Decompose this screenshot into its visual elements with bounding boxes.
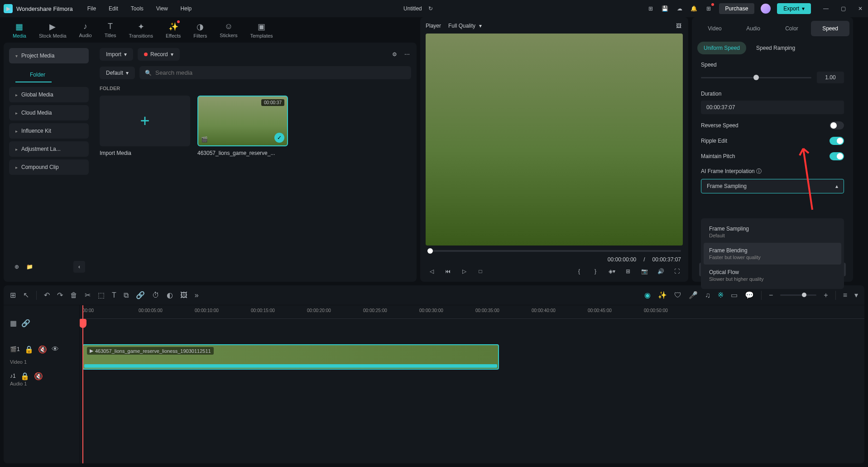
timeline-ruler[interactable]: 00:00 00:00:05:00 00:00:10:00 00:00:15:0… (80, 305, 864, 319)
timeline-tracks[interactable]: 00:00 00:00:05:00 00:00:10:00 00:00:15:0… (80, 305, 864, 463)
tab-media[interactable]: ▦Media (13, 22, 26, 39)
picture-icon[interactable]: 🖼 (675, 22, 683, 30)
sidebar-compound-clip[interactable]: ▸Compound Clip (9, 159, 89, 175)
lock-icon[interactable]: 🔒 (24, 345, 34, 354)
option-optical-flow[interactable]: Optical Flow Slower but higher quality (704, 265, 841, 286)
link-icon[interactable]: 🔗 (136, 291, 145, 299)
playhead[interactable] (82, 305, 83, 463)
speed-slider[interactable] (701, 77, 811, 78)
record-button[interactable]: Record▾ (138, 48, 180, 61)
mic-icon[interactable]: 🎤 (689, 291, 698, 299)
tab-audio[interactable]: ♪Audio (79, 22, 92, 38)
purchase-button[interactable]: Purchase (719, 3, 755, 14)
pitch-toggle[interactable] (830, 152, 844, 160)
speed-value[interactable]: 1.00 (817, 72, 844, 83)
scrub-handle[interactable] (427, 248, 433, 254)
tab-titles[interactable]: TTitles (105, 22, 116, 38)
ai-icon[interactable]: ◉ (644, 291, 651, 299)
tracks-icon[interactable]: ≡ (843, 291, 847, 299)
redo-icon[interactable]: ↷ (57, 291, 63, 299)
tab-stickers[interactable]: ☺Stickers (220, 22, 237, 38)
search-input[interactable] (155, 69, 406, 76)
sort-default-button[interactable]: Default▾ (100, 67, 135, 79)
tracks-menu-icon[interactable]: ▾ (854, 291, 858, 299)
music-icon[interactable]: ♫ (705, 291, 710, 299)
bell-icon[interactable]: 🔔 (690, 5, 698, 13)
mute-icon[interactable]: 🔇 (34, 372, 43, 380)
duration-input[interactable]: 00:00:37:07 (701, 101, 844, 114)
sidebar-cloud-media[interactable]: ▸Cloud Media (9, 105, 89, 120)
more-icon[interactable]: ⋯ (403, 50, 411, 58)
avatar[interactable] (761, 4, 771, 14)
delete-icon[interactable]: 🗑 (70, 291, 77, 299)
timeline-view-icon[interactable]: ▦ (10, 319, 17, 327)
history-icon[interactable]: ↻ (427, 5, 435, 13)
ripple-toggle[interactable] (830, 137, 844, 145)
shield-icon[interactable]: 🛡 (674, 291, 681, 299)
mute-icon[interactable]: 🔇 (38, 345, 47, 354)
volume-icon[interactable]: 🔊 (657, 267, 665, 275)
more-tools-icon[interactable]: » (195, 291, 199, 299)
save-icon[interactable]: 💾 (661, 5, 669, 13)
timeline-link-icon[interactable]: 🔗 (21, 319, 30, 327)
select-icon[interactable]: ↖ (23, 291, 29, 299)
stop-icon[interactable]: □ (476, 267, 484, 275)
import-button[interactable]: Import▾ (100, 48, 133, 61)
display-icon[interactable]: ⊞ (647, 5, 655, 13)
mark-out-icon[interactable]: } (591, 267, 599, 275)
menu-edit[interactable]: Edit (109, 5, 118, 12)
tab-color-props[interactable]: Color (772, 21, 811, 36)
apps-icon[interactable]: ⊞ (705, 5, 713, 13)
crop-icon[interactable]: ⬚ (98, 291, 105, 299)
tab-video-props[interactable]: Video (695, 21, 734, 36)
export-button[interactable]: Export▾ (777, 3, 811, 14)
tab-transitions[interactable]: ✦Transitions (129, 22, 153, 39)
slider-handle[interactable] (753, 75, 759, 80)
sidebar-global-media[interactable]: ▸Global Media (9, 87, 89, 102)
picture-icon[interactable]: 🖼 (180, 291, 187, 299)
snapshot-icon[interactable]: 📷 (640, 267, 648, 275)
aspect-icon[interactable]: ▭ (731, 291, 738, 299)
subtitle-icon[interactable]: 💬 (745, 291, 754, 299)
tab-templates[interactable]: ▣Templates (250, 22, 273, 39)
option-frame-sampling[interactable]: Frame Sampling Default (704, 221, 841, 243)
grid-icon[interactable]: ⊞ (10, 291, 16, 299)
speed-icon[interactable]: ⏱ (152, 291, 159, 299)
undo-icon[interactable]: ↶ (44, 291, 50, 299)
scrubber[interactable] (427, 250, 681, 252)
tab-speed-props[interactable]: Speed (811, 21, 849, 36)
tab-effects[interactable]: ✨Effects (166, 22, 181, 39)
cloud-icon[interactable]: ☁ (676, 5, 684, 13)
speed-ramping-button[interactable]: Speed Ramping (750, 42, 801, 54)
quality-select[interactable]: Full Quality▾ (448, 23, 482, 29)
copy-icon[interactable]: ⧉ (124, 291, 129, 299)
display-mode-icon[interactable]: ⊞ (624, 267, 632, 275)
folder-icon[interactable]: 📁 (25, 263, 34, 271)
info-icon[interactable]: ⓘ (756, 168, 762, 174)
step-back-icon[interactable]: ⏮ (444, 267, 452, 275)
video-preview[interactable] (426, 34, 683, 246)
text-icon[interactable]: T (112, 291, 116, 299)
import-media-card[interactable]: + Import Media (100, 96, 190, 156)
prev-frame-icon[interactable]: ◁ (427, 267, 436, 275)
collapse-sidebar-button[interactable]: ‹ (73, 261, 85, 273)
maximize-icon[interactable]: ▢ (839, 5, 847, 13)
tab-filters[interactable]: ◑Filters (193, 22, 207, 39)
menu-file[interactable]: File (87, 5, 96, 12)
minimize-icon[interactable]: — (822, 5, 830, 13)
video-clip[interactable]: ▶463057_lions_game_reserve_lioness_19030… (82, 344, 499, 370)
media-clip-card[interactable]: 00:00:37 🎬 ✓ 463057_lions_game_reserve_.… (197, 96, 288, 156)
zoom-slider[interactable] (780, 294, 816, 296)
sidebar-folder[interactable]: Folder (15, 68, 52, 82)
tab-stock-media[interactable]: ▶Stock Media (39, 22, 67, 39)
cut-icon[interactable]: ✂ (85, 291, 91, 299)
sidebar-adjustment-layer[interactable]: ▸Adjustment La... (9, 141, 89, 157)
interp-dropdown[interactable]: Frame Sampling ▴ (701, 179, 844, 193)
tab-audio-props[interactable]: Audio (734, 21, 772, 36)
reverse-toggle[interactable] (830, 121, 844, 130)
folder-add-icon[interactable]: ⊕ (13, 263, 21, 271)
lock-icon[interactable]: 🔒 (20, 372, 29, 380)
option-frame-blending[interactable]: Frame Blending Faster but lower quality (704, 243, 841, 265)
fullscreen-icon[interactable]: ⛶ (673, 267, 681, 275)
play-icon[interactable]: ▷ (460, 267, 468, 275)
